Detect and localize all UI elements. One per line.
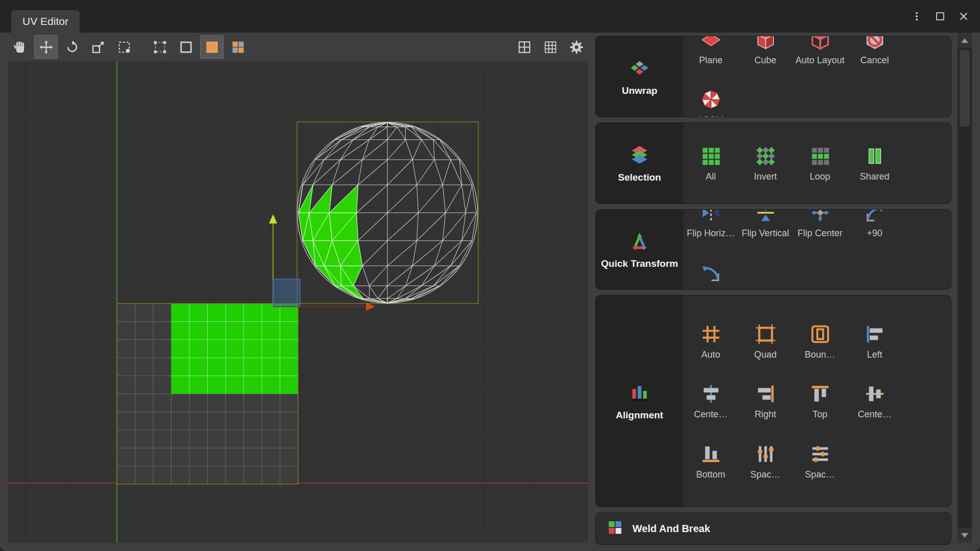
- alignment-auto-button[interactable]: Auto: [683, 322, 738, 360]
- align-top-icon: [808, 382, 832, 406]
- section-label: Alignment: [616, 410, 664, 421]
- alignment-cente-button[interactable]: Cente…: [683, 382, 738, 419]
- scrollbar-thumb[interactable]: [960, 50, 970, 127]
- alignment-boun-button[interactable]: Boun…: [793, 322, 847, 360]
- close-icon[interactable]: [958, 10, 970, 22]
- alignment-left-button[interactable]: Left: [847, 322, 902, 360]
- quick-transform-icon: [628, 230, 651, 253]
- scroll-up-button[interactable]: [958, 33, 972, 48]
- panel-scrollbar[interactable]: [958, 33, 972, 543]
- tool-rect-select[interactable]: [112, 35, 136, 59]
- quick-transform-90-button[interactable]: +90: [847, 209, 902, 238]
- alignment-top-button[interactable]: Top: [793, 382, 847, 419]
- unwrap-auto-layout-button[interactable]: Auto Layout: [793, 36, 847, 65]
- weld-icon: [606, 518, 624, 537]
- section-header-alignment[interactable]: Alignment: [596, 295, 683, 507]
- pixel-grid-icon: [543, 39, 558, 55]
- selection-invert-button[interactable]: Invert: [738, 144, 793, 182]
- align-auto-icon: [699, 322, 723, 346]
- rotate-cw-90-icon: [863, 209, 887, 224]
- selection-loop-button[interactable]: Loop: [793, 144, 847, 182]
- section-header-unwrap[interactable]: Unwrap: [596, 36, 683, 117]
- button-label: Right: [754, 409, 776, 419]
- face-mode-icon: [204, 39, 220, 55]
- flip-center-icon: [808, 209, 832, 224]
- align-bound-icon: [808, 322, 832, 346]
- button-label: Top: [813, 409, 827, 419]
- button-label: LSCM: [698, 115, 723, 117]
- alignment-right-button[interactable]: Right: [738, 382, 793, 419]
- unwrap-lscm-button[interactable]: LSCM: [683, 88, 738, 117]
- vertex-mode-icon: [152, 39, 168, 55]
- button-label: Bottom: [696, 469, 725, 480]
- weld-and-break-label: Weld And Break: [632, 523, 710, 535]
- weld-icon: [606, 518, 624, 539]
- section-header-selection[interactable]: Selection: [596, 123, 683, 204]
- selection-icon: [628, 143, 651, 167]
- tool-rotate[interactable]: [60, 35, 84, 59]
- triangle-up-icon: [961, 38, 968, 43]
- side-panel: UnwrapPlaneCubeAuto LayoutCancelLSCMSele…: [595, 36, 951, 543]
- tool-edge-mode[interactable]: [174, 35, 198, 59]
- button-label: All: [705, 171, 716, 182]
- button-label: Left: [867, 349, 882, 360]
- unwrap-cancel-button[interactable]: Cancel: [847, 36, 902, 65]
- quick-transform-flip-horiz-button[interactable]: Flip Horiz…: [683, 209, 738, 238]
- quick-transform-flip-vertical-button[interactable]: Flip Vertical: [738, 209, 793, 238]
- button-label: Quad: [754, 349, 776, 360]
- tool-grid-quad[interactable]: [512, 35, 536, 59]
- button-label: Shared: [860, 171, 889, 182]
- button-label: -90: [704, 288, 717, 290]
- uv-editor-tab[interactable]: UV Editor: [11, 10, 80, 33]
- uv-canvas[interactable]: [8, 61, 588, 543]
- maximize-icon[interactable]: [934, 10, 946, 22]
- section-alignment: AlignmentAutoQuadBoun…LeftCente…RightTop…: [595, 295, 951, 507]
- section-header-quick-transform[interactable]: Quick Transform: [596, 210, 683, 289]
- lscm-icon: [699, 88, 723, 111]
- unwrap-icon: [628, 57, 651, 80]
- button-label: Spac…: [805, 469, 835, 480]
- tool-vertex-mode[interactable]: [148, 35, 172, 59]
- button-label: Plane: [699, 55, 722, 65]
- section-label: Unwrap: [622, 85, 657, 96]
- alignment-bottom-button[interactable]: Bottom: [683, 442, 738, 480]
- align-right-icon: [754, 382, 777, 406]
- transform-tool-group: [8, 35, 136, 59]
- uv-canvas-area[interactable]: [8, 61, 588, 543]
- grid-quad-icon: [517, 39, 532, 55]
- flip-horizontal-icon: [699, 209, 723, 224]
- tool-move[interactable]: [34, 35, 58, 59]
- button-label: Auto: [701, 349, 720, 360]
- quick-transform-flip-center-button[interactable]: Flip Center: [793, 209, 847, 238]
- align-left-icon: [863, 322, 887, 346]
- triangle-down-icon: [961, 533, 968, 538]
- alignment-spac-button[interactable]: Spac…: [738, 442, 793, 480]
- tool-pan-hand[interactable]: [8, 35, 32, 59]
- unwrap-cube-button[interactable]: Cube: [738, 36, 793, 65]
- flip-vertical-icon: [754, 209, 777, 224]
- button-label: +90: [867, 228, 883, 238]
- section-weld-and-break[interactable]: Weld And Break: [595, 512, 951, 545]
- tool-island-mode[interactable]: [226, 35, 250, 59]
- selection-shared-button[interactable]: Shared: [847, 144, 902, 182]
- tool-pixel-grid[interactable]: [538, 35, 562, 59]
- selection-all-button[interactable]: All: [683, 144, 738, 182]
- sel-shared-icon: [863, 144, 887, 168]
- scroll-down-button[interactable]: [958, 528, 972, 543]
- alignment-cente-button[interactable]: Cente…: [847, 382, 902, 419]
- rotate-ccw-90-icon: [699, 261, 723, 284]
- alignment-spac-button[interactable]: Spac…: [793, 442, 847, 480]
- button-label: Spac…: [750, 469, 780, 480]
- button-label: Cube: [754, 55, 776, 65]
- unwrap-plane-button[interactable]: Plane: [683, 36, 738, 65]
- tool-settings-gear[interactable]: [565, 35, 588, 59]
- alignment-quad-button[interactable]: Quad: [738, 322, 793, 360]
- button-label: Cente…: [694, 409, 727, 419]
- island-mode-icon: [230, 39, 246, 55]
- space-v-icon: [808, 442, 832, 466]
- kebab-menu-icon[interactable]: [911, 10, 923, 22]
- element-mode-group: [148, 35, 250, 59]
- quick-transform-90-button[interactable]: -90: [683, 261, 738, 290]
- tool-face-mode[interactable]: [200, 35, 224, 59]
- tool-scale[interactable]: [86, 35, 110, 59]
